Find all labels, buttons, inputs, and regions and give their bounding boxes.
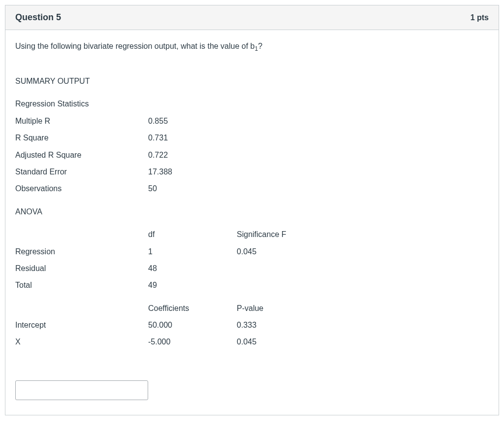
prompt-text-after: ? [258,42,262,50]
stat-value: 0.731 [148,130,237,146]
stat-value: 50 [148,180,237,197]
question-body: Using the following bivariate regression… [5,30,499,415]
stat-value: 17.388 [148,164,237,180]
coef-pval: 0.333 [237,317,335,334]
question-header: Question 5 1 pts [5,5,499,30]
table-row: Total49 [15,277,335,294]
table-row: Standard Error17.388 [15,164,335,180]
prompt-text-before: Using the following bivariate regression… [15,42,255,50]
anova-sigf [237,277,335,294]
table-row: Multiple R0.855 [15,113,335,130]
question-title: Question 5 [15,12,61,23]
anova-label: Residual [15,260,148,277]
anova-col-df: df [148,220,237,243]
stat-label: Observations [15,180,148,197]
table-row: Residual48 [15,260,335,277]
anova-col-sigf: Significance F [237,220,335,243]
table-row: Adjusted R Square0.722 [15,147,335,164]
stat-label: Standard Error [15,164,148,180]
anova-df: 49 [148,277,237,294]
table-row: X-5.0000.045 [15,334,335,350]
question-prompt: Using the following bivariate regression… [15,41,489,53]
table-row: Observations50 [15,180,335,197]
stat-label: R Square [15,130,148,146]
stat-label: Adjusted R Square [15,147,148,164]
anova-df: 1 [148,243,237,260]
table-row: Intercept50.0000.333 [15,317,335,334]
question-points: 1 pts [471,13,489,22]
table-row: Regression10.045 [15,243,335,260]
anova-header: ANOVA [15,198,148,220]
coef-value: -5.000 [148,334,237,350]
anova-label: Regression [15,243,148,260]
coef-label: X [15,334,148,350]
coef-col-header: Coefficients [148,294,237,317]
summary-output-label: SUMMARY OUTPUT [15,73,148,90]
regression-output-table: SUMMARY OUTPUT Regression Statistics Mul… [15,73,335,351]
table-row: R Square0.731 [15,130,335,146]
coef-pval: 0.045 [237,334,335,350]
coef-label: Intercept [15,317,148,334]
pval-col-header: P-value [237,294,335,317]
coef-value: 50.000 [148,317,237,334]
stat-value: 0.855 [148,113,237,130]
stat-value: 0.722 [148,147,237,164]
table-row: CoefficientsP-value [15,294,335,317]
regression-stats-header: Regression Statistics [15,90,148,112]
answer-input[interactable] [15,380,148,400]
stat-label: Multiple R [15,113,148,130]
anova-df: 48 [148,260,237,277]
table-row: dfSignificance F [15,220,335,243]
anova-sigf: 0.045 [237,243,335,260]
anova-sigf [237,260,335,277]
anova-label: Total [15,277,148,294]
question-card: Question 5 1 pts Using the following biv… [5,5,499,415]
